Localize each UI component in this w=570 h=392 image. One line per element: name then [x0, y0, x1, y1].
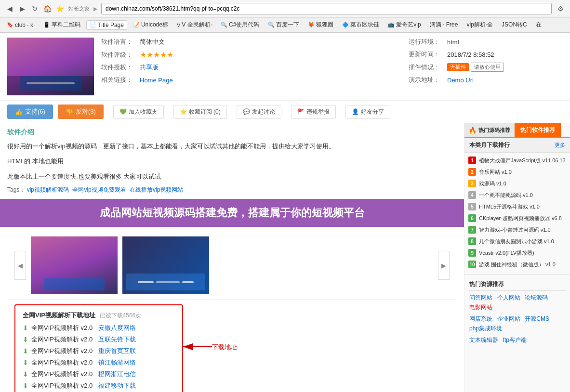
download-title: 全网VIP视频解析下载地址 已被下载4566次 [23, 311, 175, 320]
report-button[interactable]: 🚩 违规举报 [291, 105, 336, 119]
sidebar-item-text-8: Vcastr v2.0(FLV播放器) [479, 249, 566, 256]
tag-link-1[interactable]: 全网vip视频免费观看 [72, 186, 126, 193]
hot-link-forum[interactable]: 论坛源码 [525, 294, 548, 302]
sidebar-rank-item-0[interactable]: 1 植物大战僵尸JavaScript版 v11.06.13 [464, 155, 570, 166]
sidebar-item-text-0: 植物大战僵尸JavaScript版 v11.06.13 [479, 157, 566, 164]
hot-link-personal[interactable]: 个人网站 [497, 294, 520, 302]
bookmark-csharp[interactable]: 🔍 C#使用代码 [218, 20, 262, 30]
bookmark-fox[interactable]: 🦊 狐狸圈 [305, 20, 336, 30]
subscribe-button[interactable]: ⭐ 收藏订阅 (0) [173, 105, 227, 119]
sidebar-rank-item-3[interactable]: 4 一个死不能死源码 v1.0 [464, 189, 570, 201]
add-favorite-button[interactable]: 💚 加入收藏夹 [113, 105, 164, 119]
bookmark-blockchain-icon: 🔷 [342, 22, 349, 28]
hot-link-shop[interactable]: 网店系统 [469, 315, 492, 323]
download-link-5: ⬇ 全网VIP视频解析 v2.0 福建移动下载 [23, 381, 175, 390]
download-badge-2[interactable]: 重庆首页互联 [98, 347, 136, 355]
bookmark-club[interactable]: 🔖 club · k· [4, 21, 38, 29]
hot-link-php[interactable]: php集成环境 [469, 325, 502, 333]
bookmark-qrcode[interactable]: 📱 草料二维码 [40, 20, 83, 30]
bookmark-didi-label: 滴滴 · Free [430, 21, 458, 29]
sidebar-rank-item-5[interactable]: 6 CKplayer-超酷网页视频播放器 v6.8 [464, 212, 570, 224]
plugin-label: 插件情况： [409, 63, 447, 72]
star-icon[interactable]: ⭐ [55, 4, 65, 13]
promo-banner[interactable]: 成品网站短视频源码搭建免费，搭建属于你的短视频平台 [0, 199, 464, 227]
hot-links-row-2: 网店系统 企业网站 开源CMS php集成环境 [469, 315, 565, 334]
bookmark-vip-parse2[interactable]: vip解析·全 [464, 20, 496, 30]
intro-text1: 很好用的一个解析vip视频的源码，更新了接口，基本上都能看，大家可以试试其他的能… [7, 141, 457, 152]
download-text-4: 全网VIP视频解析 v2.0 [31, 370, 93, 379]
screenshot-prev-button[interactable]: ◀ [14, 251, 26, 280]
bookmark-iqiyi[interactable]: 📺 爱奇艺vip [385, 20, 424, 30]
bookmark-blockchain[interactable]: 🔷 菜市区块链 [339, 20, 382, 30]
address-input[interactable] [101, 3, 552, 14]
bookmark-fox-label: 狐狸圈 [316, 21, 333, 29]
bookmark-vip-parse[interactable]: V V 全民解析· [174, 20, 215, 30]
sidebar-item-text-9: 游戏 围住神经猫（微信版） v1.0 [479, 261, 566, 268]
bookmark-baidu[interactable]: 🔍 百度一下 [265, 20, 302, 30]
refresh-icon[interactable]: ↻ [30, 4, 40, 13]
download-arrow-icon-1: ⬇ [23, 336, 28, 343]
hot-link-movie[interactable]: 电影网站 [469, 303, 492, 312]
hot-link-cms[interactable]: 开源CMS [525, 315, 549, 323]
rank-badge-8: 9 [468, 249, 476, 257]
thumbs-up-icon: 👍 [15, 108, 23, 116]
more-link[interactable]: 更多 [555, 142, 565, 149]
sidebar-rank-item-4[interactable]: 5 HTML5开源格斗游戏 v1.0 [464, 201, 570, 212]
license-link[interactable]: 共享版 [140, 63, 159, 72]
back-icon[interactable]: ◀ [5, 4, 14, 13]
demo-link[interactable]: Demo Url [447, 77, 474, 84]
download-text-5: 全网VIP视频解析 v2.0 [31, 381, 93, 390]
sidebar-rank-item-2[interactable]: 3 戏源码 v1.0 [464, 178, 570, 189]
forward-icon[interactable]: ▶ [17, 4, 27, 13]
settings-icon[interactable]: ⚙ [556, 4, 565, 13]
tag-link-2[interactable]: 在线播放vip视频网站 [130, 186, 183, 193]
sidebar-rank-item-7[interactable]: 8 几个微信朋友圈测试小游戏 v1.0 [464, 235, 570, 247]
share-button[interactable]: 👤 好友分享 [345, 105, 390, 119]
rank-badge-7: 8 [468, 237, 476, 245]
bookmark-json[interactable]: JSON转C [499, 20, 530, 30]
related-link[interactable]: Home Page [140, 77, 173, 84]
download-badge-1[interactable]: 互联先锋下载 [98, 335, 136, 344]
download-badge-4[interactable]: 橙网浙江电信 [98, 370, 136, 379]
bookmark-fox-icon: 🦊 [308, 22, 315, 28]
download-badge-0[interactable]: 安徽八度网络 [98, 324, 136, 332]
bookmark-unicode[interactable]: 📝 Unicode标 [130, 20, 171, 30]
update-row: 更新时间： 2018/7/2 8:58:52 [409, 50, 563, 59]
oppose-button[interactable]: 👎 反对(3) [58, 105, 104, 119]
hot-soft-tab[interactable]: 热门软件推荐 [515, 123, 561, 137]
bookmark-title-page[interactable]: 📄 Title Page [86, 20, 127, 30]
hot-link-editor[interactable]: 文本编辑器 [469, 336, 498, 344]
hot-link-ftp[interactable]: ftp客户端 [503, 336, 527, 344]
download-text-3: 全网VIP视频解析 v2.0 [31, 358, 93, 367]
download-badge-3[interactable]: 镇江畅游网络 [98, 358, 136, 367]
support-button[interactable]: 👍 支持(6) [7, 105, 53, 119]
sidebar-item-text-2: 戏源码 v1.0 [479, 180, 566, 187]
download-arrow-icon-0: ⬇ [23, 324, 28, 332]
bookmark-club-label: club · k· [15, 22, 35, 28]
info-right: 运行环境： html 更新时间： 2018/7/2 8:58:52 插件情况： … [409, 38, 563, 95]
tag-link-0[interactable]: vip视频解析源码 [27, 186, 69, 193]
subscribe-label: 收藏订阅 (0) [189, 108, 221, 116]
sidebar-item-text-3: 一个死不能死源码 v1.0 [479, 192, 566, 198]
discuss-button[interactable]: 💬 发起讨论 [237, 105, 281, 119]
hot-link-company[interactable]: 企业网站 [497, 315, 520, 323]
tags-row: Tags： vip视频解析源码 全网vip视频免费观看 在线播放vip视频网站 [7, 186, 457, 194]
screenshot-next-button[interactable]: ▶ [438, 251, 450, 280]
sidebar-rank-item-1[interactable]: 2 音乐网站 v1.0 [464, 166, 570, 178]
rank-badge-9: 10 [468, 261, 476, 268]
download-count: 已被下载4566次 [100, 312, 142, 319]
download-link-2: ⬇ 全网VIP视频解析 v2.0 重庆首页互联 [23, 347, 175, 355]
main-column: 软件介绍 很好用的一个解析vip视频的源码，更新了接口，基本上都能看，大家可以试… [0, 123, 464, 392]
sidebar-rank-item-9[interactable]: 10 游戏 围住神经猫（微信版） v1.0 [464, 259, 570, 270]
home-icon[interactable]: 🏠 [42, 4, 52, 13]
rank-badge-2: 3 [468, 180, 476, 187]
language-label: 软件语言： [101, 38, 140, 46]
hot-link-question[interactable]: 问答网站 [469, 294, 492, 302]
bookmark-vip2-label: vip解析·全 [466, 21, 493, 29]
chat-icon: 💬 [243, 108, 250, 115]
bookmark-didi[interactable]: 滴滴 · Free [427, 20, 461, 30]
sidebar-rank-item-6[interactable]: 7 智力游戏-小青蛙过河源码 v1.0 [464, 224, 570, 235]
bookmark-in[interactable]: 在 [533, 20, 544, 30]
sidebar-rank-item-8[interactable]: 9 Vcastr v2.0(FLV播放器) [464, 247, 570, 259]
download-badge-5[interactable]: 福建移动下载 [98, 381, 136, 390]
